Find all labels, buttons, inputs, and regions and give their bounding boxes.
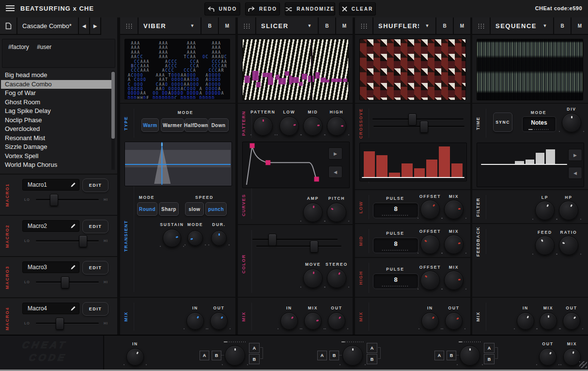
in-knob[interactable] [280,312,298,330]
chart-bar[interactable] [376,155,387,177]
move-knob[interactable] [303,269,323,288]
high-mix-knob[interactable] [444,271,464,290]
bar-chart[interactable] [364,145,463,177]
prev-pattern-button[interactable]: ◀ [568,167,582,179]
color-slider-2[interactable] [256,245,341,247]
router-source-a-button[interactable]: A [200,351,209,360]
module-title-slicer[interactable]: SLICER [256,17,301,34]
macro1-slider[interactable] [36,199,99,200]
module-title-sequencede[interactable]: SEQUENCEDE... [491,17,537,34]
drag-handle-icon[interactable] [472,17,491,34]
router-dest-a-button[interactable]: A [367,343,377,353]
slider-handle[interactable] [79,235,87,247]
macro4-edit-button[interactable]: EDIT [82,302,108,316]
type-warmer-button[interactable]: Warmer [161,118,184,132]
pulse-display[interactable]: 8 [373,203,418,218]
low-knob[interactable] [279,116,299,136]
slider-handle[interactable] [408,113,417,126]
pencil-icon[interactable] [70,264,76,270]
macro2-slider[interactable] [36,240,99,242]
step-pattern-chart[interactable]: ▶ ◀ [477,143,584,187]
router-crossfade-knob[interactable] [225,345,245,366]
tag-user[interactable]: #user [37,44,51,50]
chart-bar[interactable] [426,160,437,177]
bypass-button[interactable]: B [554,17,571,34]
high-knob[interactable] [327,116,346,136]
footer-in-knob[interactable] [126,348,144,366]
macro2-name-field[interactable]: Macro2 [22,220,79,232]
next-preset-button[interactable]: ▶ [90,17,100,34]
sustain-knob[interactable] [163,229,181,247]
preset-list-item[interactable]: Big head mode [1,71,111,80]
low-mix-knob[interactable] [444,200,464,219]
router-source-a-button[interactable]: A [434,351,444,360]
undo-button[interactable]: UNDO [204,2,240,16]
redo-button[interactable]: REDO [245,2,280,16]
new-preset-button[interactable] [0,17,17,34]
chart-bar[interactable] [451,163,463,177]
div-knob[interactable] [562,113,581,132]
macro4-slider[interactable] [36,323,99,324]
tag-factory[interactable]: #factory [8,44,29,50]
preset-list-item[interactable]: Fog of War [1,89,111,98]
in-knob[interactable] [421,312,439,330]
mix-knob[interactable] [540,312,557,330]
resize-handle[interactable] [579,361,587,368]
chevron-down-icon[interactable]: ▼ [419,17,435,34]
prev-curve-button[interactable]: ◀ [328,166,342,178]
router-dest-b-button[interactable]: B [249,354,260,364]
dur-knob[interactable] [211,230,227,246]
bypass-button[interactable]: B [436,17,453,34]
router-dest-b-button[interactable]: B [484,354,495,364]
next-pattern-button[interactable]: ▶ [568,149,582,161]
step-pattern-chart[interactable] [359,143,467,181]
high-offset-knob[interactable] [420,271,440,290]
slider-handle[interactable] [50,194,58,206]
chart-bar[interactable] [402,163,413,177]
mix-knob[interactable] [304,312,322,330]
pitch-knob[interactable] [327,203,346,222]
chevron-down-icon[interactable]: ▼ [301,17,318,34]
preset-scrollbar[interactable] [111,71,115,170]
footer-mix-knob[interactable] [563,348,581,366]
chart-bar[interactable] [364,151,375,177]
transient-round-button[interactable]: Round [137,202,157,216]
out-knob[interactable] [328,312,345,330]
pencil-icon[interactable] [70,306,76,311]
preset-list-item[interactable]: Lag Spike Delay [1,107,111,116]
router-dest-a-button[interactable]: A [249,343,260,353]
bar-chart[interactable] [484,146,565,164]
chevron-down-icon[interactable]: ▼ [184,17,201,34]
macro3-edit-button[interactable]: EDIT [82,261,108,274]
router-crossfade-knob[interactable] [342,345,363,366]
router-crossfade-knob[interactable] [460,345,480,366]
chart-bar[interactable] [536,153,544,164]
chart-bar[interactable] [414,168,425,177]
router-dest-b-button[interactable]: B [367,354,377,364]
slider-handle[interactable] [268,234,277,246]
preset-list-item[interactable]: Ghost Room [1,98,111,107]
preset-list-item[interactable]: Cascade Combo [1,80,111,89]
preset-list-item[interactable]: Noclip Phase [1,116,111,125]
preset-list-item[interactable]: World Map Chorus [1,161,111,170]
macro1-name-field[interactable]: Macro1 [22,179,79,191]
transient-sharp-button[interactable]: Sharp [159,202,179,216]
prev-preset-button[interactable]: ◀ [79,17,89,34]
amp-knob[interactable] [303,203,323,222]
low-offset-knob[interactable] [420,200,440,219]
pencil-icon[interactable] [70,223,76,229]
mute-button[interactable]: M [219,17,235,34]
preset-list-item[interactable]: Vortex Spell [1,152,111,161]
scrollbar-thumb[interactable] [111,72,115,139]
bypass-button[interactable]: B [319,17,335,34]
transient-shape-editor[interactable] [124,142,232,186]
router-source-b-button[interactable]: B [212,351,221,360]
mid-mix-knob[interactable] [444,235,464,254]
mute-button[interactable]: M [336,17,353,34]
ratio-knob[interactable] [559,236,578,255]
drag-handle-icon[interactable] [355,17,373,34]
drag-handle-icon[interactable] [238,17,256,34]
lp-knob[interactable] [535,201,555,220]
color-slider-1[interactable] [252,239,338,240]
crossover-slider-2[interactable] [373,126,464,127]
